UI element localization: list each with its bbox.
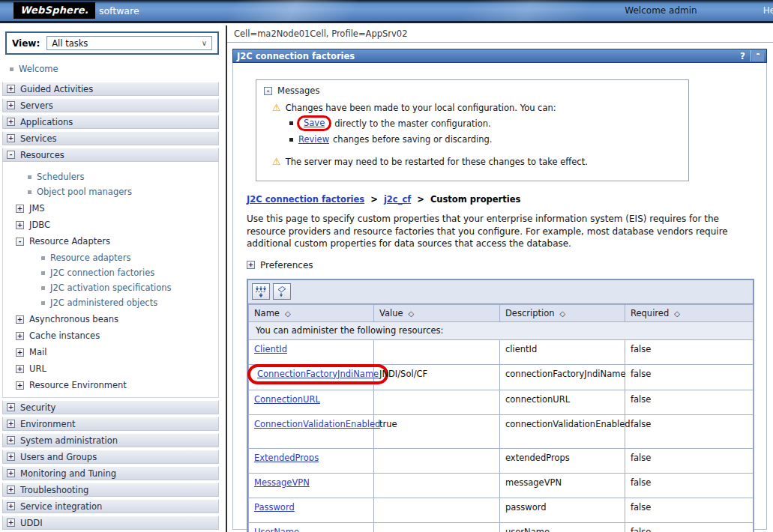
expand-icon[interactable]: + [7,118,15,126]
sidebar-section-services[interactable]: + Services [2,131,219,145]
sidebar-item-j2c-activation-specifications[interactable]: J2C activation specifications [3,282,218,293]
expand-icon[interactable]: + [7,403,15,411]
expand-icon[interactable]: + [7,486,15,494]
expand-icon[interactable]: + [16,365,24,373]
expand-icon[interactable]: + [16,332,24,340]
sidebar-item-schedulers[interactable]: Schedulers [3,172,218,182]
review-link[interactable]: Review [298,134,329,145]
sidebar-node-resource-environment[interactable]: + Resource Environment [3,380,218,390]
collapse-icon[interactable]: - [264,87,272,95]
expand-icon[interactable]: + [16,205,24,213]
breadcrumb-j2c-connection-factories[interactable]: J2C connection factories [247,194,364,205]
breadcrumb: J2C connection factories > j2c_cf > Cust… [247,194,766,205]
sort-icon[interactable]: ◇ [409,309,415,318]
sidebar-section-guided-activities[interactable]: + Guided Activities [2,82,219,96]
preferences-toggle[interactable]: + Preferences [247,260,766,270]
websphere-logo: WebSphere. [13,2,95,19]
sidebar-section-uddi[interactable]: + UDDI [2,516,219,530]
sidebar-item-object-pool-managers[interactable]: Object pool managers [3,187,218,197]
help-link[interactable]: Help [763,5,773,16]
bullet-icon [289,138,293,142]
chevron-down-icon: ∨ [202,39,207,47]
sidebar-item-j2c-connection-factories[interactable]: J2C connection factories [3,267,218,278]
cell-profile-context: Cell=ma2Node01Cell, Profile=AppSrv02 [227,25,773,43]
table-header-row: Name◇ Value◇ Description◇ Required◇ [249,304,754,321]
sidebar-section-monitoring-and-tuning[interactable]: + Monitoring and Tuning [2,466,219,480]
sidebar-section-users-and-groups[interactable]: + Users and Groups [2,450,219,464]
property-link-connectionfactoryjndiname[interactable]: ConnectionFactoryJndiName [257,369,379,379]
property-link-password[interactable]: Password [254,502,295,513]
expand-icon[interactable]: + [7,436,15,444]
property-link-messagevpn[interactable]: MessageVPN [254,477,310,488]
view-select-value: All tasks [52,38,88,49]
property-link-clientid[interactable]: ClientId [254,344,287,354]
minimize-icon[interactable]: - [752,50,764,61]
expand-icon[interactable]: + [16,315,24,324]
sidebar-node-cache-instances[interactable]: + Cache instances [3,330,218,341]
sort-icon[interactable]: ◇ [285,309,291,318]
sidebar-item-resource-adapters[interactable]: Resource adapters [3,253,218,263]
expand-icon[interactable]: + [247,261,255,269]
expand-icon[interactable]: + [7,101,15,109]
sidebar-node-jdbc[interactable]: + JDBC [3,220,218,230]
bullet-icon [10,67,13,71]
expand-icon[interactable]: + [16,348,24,357]
sidebar-section-system-administration[interactable]: + System administration [2,433,219,447]
breadcrumb-j2c-cf[interactable]: j2c_cf [384,194,411,205]
sidebar-section-resources[interactable]: - Resources [2,148,219,162]
expand-icon[interactable]: + [7,519,15,527]
sidebar-node-asynchronous-beans[interactable]: + Asynchronous beans [3,314,218,324]
column-header-name[interactable]: Name◇ [249,304,374,321]
messages-box: - Messages ⚠ Changes have been made to y… [256,79,689,181]
j2c-panel: J2C connection factories ? - - Messages … [232,49,767,530]
property-link-username[interactable]: UserName [254,527,299,532]
help-icon[interactable]: ? [735,51,751,61]
admin-note-row: You can administer the following resourc… [249,321,754,339]
sidebar-item-j2c-administered-objects[interactable]: J2C administered objects [3,297,218,308]
expand-icon[interactable]: + [7,85,15,93]
panel-titlebar: J2C connection factories ? - [232,49,767,63]
sort-icon[interactable]: ◇ [674,309,680,318]
property-link-connectionurl[interactable]: ConnectionURL [254,394,320,405]
software-logo-text: software [99,5,139,16]
expand-icon[interactable]: + [7,420,15,428]
sidebar-node-mail[interactable]: + Mail [3,347,218,357]
save-option-row: Save directly to the master configuratio… [289,118,681,129]
sort-icon[interactable]: ◇ [560,309,566,318]
view-select[interactable]: All tasks ∨ [46,36,212,50]
sidebar-section-security[interactable]: + Security [2,400,219,414]
column-header-value[interactable]: Value◇ [374,304,500,321]
expand-icon[interactable]: + [7,453,15,461]
column-header-description[interactable]: Description◇ [500,304,625,321]
expand-icon[interactable]: + [16,381,24,390]
sidebar-section-environment[interactable]: + Environment [2,417,219,431]
welcome-link[interactable]: Welcome [19,64,58,74]
bullet-icon [28,190,31,194]
bullet-icon [41,301,45,305]
sidebar-section-service-integration[interactable]: + Service integration [2,499,219,513]
sidebar-node-resource-adapters[interactable]: - Resource Adapters [3,236,218,247]
sidebar-node-jms[interactable]: + JMS [3,203,218,214]
table-row: ConnectionURL connectionURL false [249,390,754,414]
collapse-icon[interactable]: - [7,151,15,159]
expand-icon[interactable]: + [7,469,15,477]
expand-icon[interactable]: + [7,502,15,510]
warning-icon: ⚠ [272,157,281,166]
save-link[interactable]: Save [304,118,325,128]
sidebar-section-applications[interactable]: + Applications [2,115,219,129]
sidebar-node-url[interactable]: + URL [3,363,218,374]
sidebar-section-servers[interactable]: + Servers [2,98,219,112]
clear-filter-icon [276,285,288,297]
top-banner: WebSphere. software Welcome admin Help [0,0,773,23]
clear-filter-button[interactable] [273,283,291,300]
bullet-icon [41,286,45,290]
column-header-required[interactable]: Required◇ [625,304,754,321]
expand-icon[interactable]: + [7,134,15,142]
property-link-extendedprops[interactable]: ExtendedProps [254,453,319,463]
sidebar-item-welcome[interactable]: Welcome [10,64,226,74]
collapse-icon[interactable]: - [16,238,24,246]
sidebar-section-troubleshooting[interactable]: + Troubleshooting [2,483,219,497]
property-link-connectionvalidationenabled[interactable]: ConnectionValidationEnabled [254,419,380,429]
show-filter-button[interactable] [252,283,270,300]
expand-icon[interactable]: + [16,221,24,229]
